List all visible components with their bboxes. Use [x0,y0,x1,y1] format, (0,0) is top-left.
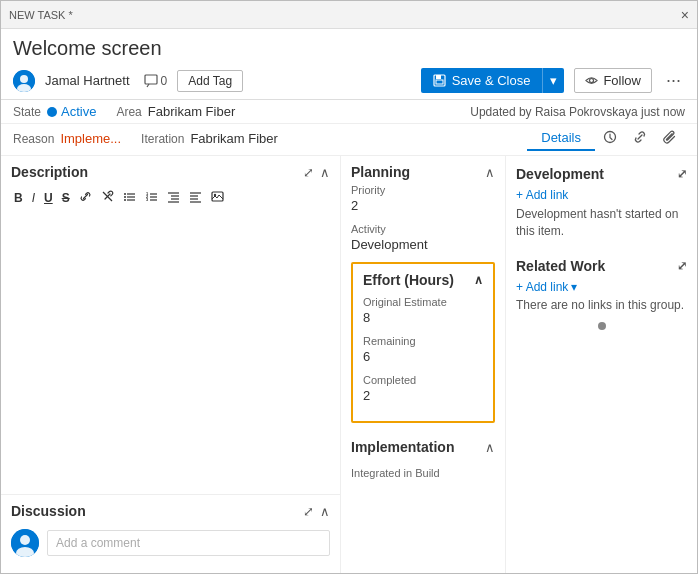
discussion-expand-icon[interactable]: ⤢ [303,504,314,519]
discussion-section: Discussion ⤢ ∧ Add a [1,494,340,573]
svg-point-33 [20,535,30,545]
state-dot [47,107,57,117]
collapse-icon[interactable]: ∧ [320,165,330,180]
window-title: NEW TASK * [9,9,73,21]
strikethrough-button[interactable]: S [59,188,73,208]
tab-details[interactable]: Details [527,126,595,151]
svg-rect-5 [436,75,441,79]
tab-links[interactable] [625,126,655,151]
original-estimate-value[interactable]: 8 [363,310,483,325]
completed-value[interactable]: 2 [363,388,483,403]
svg-text:3: 3 [146,197,149,202]
more-options-button[interactable]: ··· [662,70,685,91]
effort-collapse-icon[interactable]: ∧ [474,273,483,287]
area-field: Area Fabrikam Fiber [116,104,235,119]
description-title: Description [11,164,88,180]
completed-field: Completed 2 [363,374,483,403]
task-title: Welcome screen [13,37,685,60]
reason-value[interactable]: Impleme... [60,131,121,146]
original-estimate-label: Original Estimate [363,296,483,308]
right-panel: Development ⤢ + Add link Development has… [506,156,697,573]
outdent-button[interactable] [186,188,205,208]
priority-label: Priority [351,184,495,196]
comment-input[interactable]: Add a comment [47,530,330,556]
reason-field: Reason Impleme... [13,131,121,146]
dev-add-link[interactable]: + Add link [516,188,687,202]
middle-panel: Planning ∧ Priority 2 Activity Developme… [341,156,506,573]
svg-point-15 [124,199,126,201]
author-name: Jamal Hartnett [45,73,130,88]
svg-point-14 [124,196,126,198]
italic-button[interactable]: I [29,188,38,208]
development-section: Development ⤢ + Add link Development has… [516,166,687,240]
development-expand-icon[interactable]: ⤢ [677,167,687,181]
state-value[interactable]: Active [47,104,96,119]
related-add-link-label: + Add link [516,280,568,294]
expand-icon[interactable]: ⤢ [303,165,314,180]
main-content: Description ⤢ ∧ B I U S [1,156,697,573]
outdent-icon [189,190,202,203]
discussion-input-row: Add a comment [1,523,340,563]
close-button[interactable]: × [681,7,689,23]
discussion-avatar [11,529,39,557]
integrated-label: Integrated in Build [351,467,495,479]
comment-placeholder: Add a comment [56,536,140,550]
save-close-dropdown-button[interactable]: ▾ [542,68,564,93]
discussion-collapse-icon[interactable]: ∧ [320,504,330,519]
remaining-field: Remaining 6 [363,335,483,364]
unlink-button[interactable] [98,188,117,208]
avatar-image [13,70,35,92]
related-add-link[interactable]: + Add link ▾ [516,280,687,294]
priority-field: Priority 2 [351,184,495,213]
bullet-list-button[interactable] [120,188,139,208]
underline-button[interactable]: U [41,188,56,208]
impl-collapse-icon[interactable]: ∧ [485,440,495,455]
description-content[interactable] [1,212,340,494]
related-work-section: Related Work ⤢ + Add link ▾ There are no… [516,258,687,312]
link-button[interactable] [76,188,95,208]
bullet-list-icon [123,190,136,203]
image-button[interactable] [208,188,227,208]
effort-box: Effort (Hours) ∧ Original Estimate 8 Rem… [351,262,495,423]
attachment-icon [663,130,677,144]
tab-history[interactable] [595,126,625,151]
tab-attachments[interactable] [655,126,685,151]
development-title: Development [516,166,604,182]
save-close-group: Save & Close ▾ [421,68,565,93]
planning-header: Planning ∧ [341,156,505,184]
avatar [13,70,35,92]
development-title-row: Development ⤢ [516,166,687,182]
planning-collapse-icon[interactable]: ∧ [485,165,495,180]
numbered-list-button[interactable]: 123 [142,188,161,208]
svg-rect-6 [436,80,443,84]
planning-fields: Priority 2 Activity Development [341,184,505,262]
state-text: Active [61,104,96,119]
discussion-title: Discussion [11,503,86,519]
implementation-title: Implementation [351,439,454,455]
left-panel: Description ⤢ ∧ B I U S [1,156,341,573]
completed-label: Completed [363,374,483,386]
numbered-list-icon: 123 [145,190,158,203]
indent-button[interactable] [164,188,183,208]
impl-controls: ∧ [485,440,495,455]
follow-button[interactable]: Follow [574,68,652,93]
save-close-button[interactable]: Save & Close [421,68,543,93]
priority-value[interactable]: 2 [351,198,495,213]
svg-point-7 [590,79,594,83]
remaining-value[interactable]: 6 [363,349,483,364]
discussion-controls: ⤢ ∧ [303,504,330,519]
bold-button[interactable]: B [11,188,26,208]
iteration-field: Iteration Fabrikam Fiber [141,131,278,146]
iteration-value[interactable]: Fabrikam Fiber [190,131,277,146]
related-work-expand-icon[interactable]: ⤢ [677,259,687,273]
related-add-link-dropdown[interactable]: ▾ [571,280,577,294]
comment-count-group: 0 [144,74,168,88]
reason-label: Reason [13,132,54,146]
fields-row-2: Reason Impleme... Iteration Fabrikam Fib… [1,124,697,156]
activity-value[interactable]: Development [351,237,495,252]
area-value[interactable]: Fabrikam Fiber [148,104,235,119]
add-tag-button[interactable]: Add Tag [177,70,243,92]
description-controls: ⤢ ∧ [303,165,330,180]
discussion-header: Discussion ⤢ ∧ [1,495,340,523]
planning-title: Planning [351,164,410,180]
